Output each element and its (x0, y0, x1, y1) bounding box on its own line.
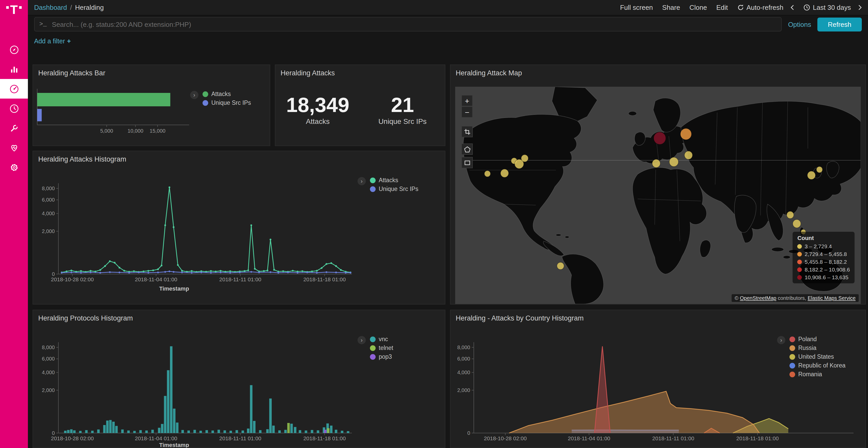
legend-swatch (789, 371, 795, 377)
svg-text:Timestamp: Timestamp (159, 285, 189, 292)
legend-item[interactable]: 3 – 2,729.4 (798, 243, 850, 249)
panel-title: Heralding Attacks (275, 65, 445, 78)
polygon-icon (464, 146, 470, 152)
breadcrumb-dashboard[interactable]: Dashboard (34, 4, 67, 11)
legend-label: vnc (379, 336, 388, 342)
sidebar-item-dev-tools[interactable] (0, 118, 28, 138)
svg-text:2018-11-18 01:00: 2018-11-18 01:00 (303, 276, 346, 282)
legend-label: 10,908.6 – 13,635 (805, 274, 848, 280)
metric-unique-src-ips: 21 Unique Src IPs (360, 94, 445, 126)
legend-toggle-icon[interactable]: › (358, 336, 366, 344)
svg-text:5,000: 5,000 (100, 128, 113, 134)
svg-text:2018-10-28 02:00: 2018-10-28 02:00 (484, 435, 527, 441)
legend-item[interactable]: Unique Src IPs (370, 186, 418, 192)
metric-label: Attacks (275, 117, 360, 126)
sidebar-item-discover[interactable] (0, 40, 28, 59)
elastic-maps-link[interactable]: Elastic Maps Service (808, 295, 856, 301)
refresh-button[interactable]: Refresh (817, 17, 862, 31)
breadcrumb-current: Heralding (75, 4, 103, 11)
zoom-out-button[interactable]: − (461, 106, 473, 118)
panel-title: Heralding Attacks Bar (33, 65, 270, 78)
time-back-button[interactable] (791, 5, 795, 10)
svg-text:2018-11-11 01:00: 2018-11-11 01:00 (652, 435, 694, 441)
logo-dot-left (6, 6, 8, 9)
top-nav-bar: Dashboard / Heralding Full screen Share … (28, 0, 868, 15)
legend-swatch (370, 186, 376, 192)
breadcrumb-separator: / (70, 4, 72, 11)
legend-toggle-icon[interactable]: › (358, 177, 366, 185)
rectangle-icon (464, 159, 470, 166)
legend-item[interactable]: United States (789, 353, 845, 360)
svg-text:2018-11-04 01:00: 2018-11-04 01:00 (135, 276, 177, 282)
legend-label: Attacks (379, 177, 398, 183)
legend-item[interactable]: Attacks (370, 177, 418, 183)
telekom-logo[interactable]: T (0, 0, 28, 27)
svg-text:2,000: 2,000 (42, 387, 55, 393)
legend-label: Unique Src IPs (379, 186, 418, 192)
legend-item[interactable]: Unique Src IPs (203, 100, 251, 106)
auto-refresh-button[interactable]: Auto-refresh (737, 4, 783, 11)
panel-protocols-histogram: Heralding Protocols Histogram 02,0004,00… (33, 310, 445, 448)
legend-item[interactable]: Russia (789, 345, 845, 351)
panel-attacks-metric: Heralding Attacks 18,349 Attacks 21 Uniq… (275, 65, 445, 146)
clone-button[interactable]: Clone (689, 4, 707, 11)
world-map[interactable]: + − Count 3 – 2,729.42,729.4 – 5,455.85,… (455, 87, 861, 304)
legend-item[interactable]: 8,182.2 – 10,908.6 (798, 266, 850, 273)
heartbeat-icon (8, 142, 20, 153)
svg-text:0: 0 (52, 430, 55, 436)
search-input[interactable] (51, 20, 777, 29)
svg-text:4,000: 4,000 (457, 370, 470, 375)
svg-text:0: 0 (52, 271, 55, 277)
sidebar-item-management[interactable] (0, 158, 28, 177)
panel-attacks-bar: Heralding Attacks Bar 5,00010,00015,000 … (33, 65, 270, 146)
legend-item[interactable]: pop3 (370, 353, 393, 360)
draw-rectangle-button[interactable] (461, 157, 473, 168)
map-legend-title: Count (798, 235, 850, 241)
sidebar-item-dashboard[interactable] (0, 79, 28, 99)
chevron-left-icon (791, 5, 795, 10)
country-histogram-chart[interactable]: 02,0004,0006,0008,0002018-10-28 02:00201… (451, 310, 865, 447)
legend-label: 3 – 2,729.4 (805, 243, 832, 249)
sidebar-item-timelion[interactable] (0, 99, 28, 118)
legend-swatch (798, 252, 802, 256)
fit-bounds-button[interactable] (461, 126, 473, 137)
minus-icon: − (465, 108, 469, 116)
svg-text:8,000: 8,000 (42, 345, 55, 350)
legend-item[interactable]: vnc (370, 336, 393, 342)
legend-swatch (370, 336, 376, 342)
crop-icon (464, 128, 470, 135)
legend-item[interactable]: Republic of Korea (789, 362, 845, 369)
protocols-histogram-chart[interactable]: 02,0004,0006,0008,0002018-10-28 02:00201… (33, 310, 445, 447)
legend-toggle-icon[interactable]: › (190, 91, 198, 99)
time-forward-button[interactable] (858, 5, 862, 10)
clock-icon (8, 103, 20, 114)
attacks-histogram-chart[interactable]: 02,0004,0006,0008,0002018-10-28 02:00201… (33, 151, 445, 304)
legend-label: 5,455.8 – 8,182.2 (805, 259, 847, 265)
legend-item[interactable]: 5,455.8 – 8,182.2 (798, 259, 850, 265)
legend-toggle-icon[interactable]: › (777, 336, 785, 344)
legend-swatch (798, 244, 802, 248)
draw-polygon-button[interactable] (461, 143, 473, 155)
fullscreen-button[interactable]: Full screen (620, 4, 653, 11)
options-link[interactable]: Options (788, 21, 811, 28)
plus-icon: + (465, 96, 469, 105)
legend-item[interactable]: Attacks (203, 91, 251, 97)
legend-swatch (798, 275, 802, 279)
sidebar-item-visualize[interactable] (0, 59, 28, 79)
openstreetmap-link[interactable]: OpenStreetMap (740, 295, 776, 301)
legend-item[interactable]: 10,908.6 – 13,635 (798, 274, 850, 280)
sidebar-item-monitoring[interactable] (0, 138, 28, 158)
legend-label: Unique Src IPs (211, 100, 251, 106)
legend-item[interactable]: Romania (789, 371, 845, 377)
legend-item[interactable]: Poland (789, 336, 845, 342)
legend-item[interactable]: telnet (370, 345, 393, 351)
add-filter-link[interactable]: Add a filter+ (34, 38, 71, 45)
zoom-in-button[interactable]: + (461, 95, 473, 106)
legend-item[interactable]: 2,729.4 – 5,455.8 (798, 251, 850, 257)
edit-button[interactable]: Edit (716, 4, 728, 11)
metric-label: Unique Src IPs (360, 117, 445, 126)
share-button[interactable]: Share (662, 4, 680, 11)
add-filter-label: Add a filter (34, 38, 65, 45)
time-picker-button[interactable]: Last 30 days (804, 4, 851, 11)
svg-text:4,000: 4,000 (42, 211, 55, 216)
